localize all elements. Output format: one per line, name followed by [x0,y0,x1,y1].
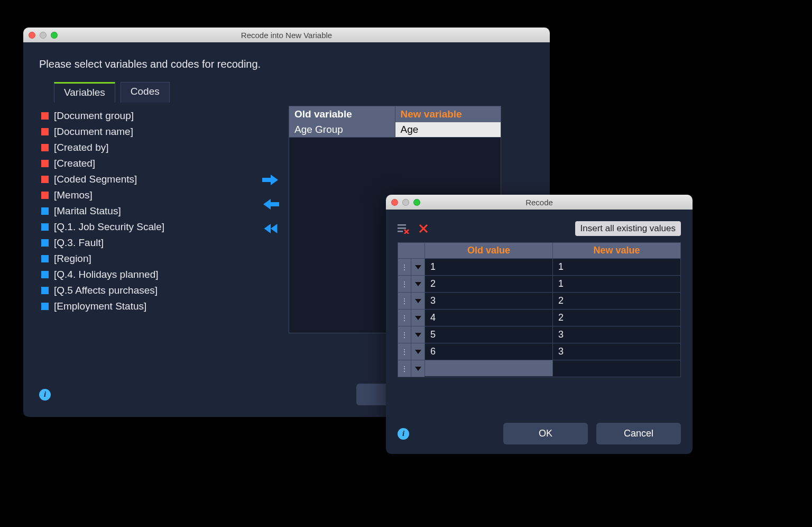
recode-toolbar: Insert all existing values [398,221,681,236]
list-item[interactable]: [Employment Status] [39,298,229,314]
table-row-empty[interactable]: ⋮ [398,360,680,377]
new-value-cell[interactable] [552,360,680,376]
old-value-cell[interactable]: 4 [425,310,552,326]
window-title: Recode [386,198,693,207]
dialog-buttons: OK Cancel [503,423,681,444]
tab-variables[interactable]: Variables [54,82,115,103]
new-variable-header: New variable [395,106,501,122]
old-value-cell[interactable]: 6 [425,343,552,360]
ok-button[interactable]: OK [503,423,588,444]
minimize-icon[interactable] [40,32,47,39]
close-icon[interactable] [29,32,35,39]
row-dropdown-icon[interactable] [411,293,425,309]
old-value-cell[interactable]: 3 [425,293,552,309]
new-value-cell[interactable]: 3 [552,343,680,360]
list-item[interactable]: [Document name] [39,124,229,140]
old-value-cell[interactable]: 5 [425,326,552,343]
variable-label: [Created by] [54,142,109,153]
variable-label: [Region] [54,253,91,265]
titlebar[interactable]: Recode [386,195,693,210]
row-dropdown-icon[interactable] [411,310,425,326]
table-row[interactable]: ⋮ 4 2 [398,309,680,326]
zoom-icon[interactable] [51,32,58,39]
old-variable-header: Old variable [289,106,395,122]
list-item[interactable]: [Q.5 Affects purchases] [39,283,229,298]
row-dropdown-icon[interactable] [411,276,425,292]
old-value-header: Old value [425,243,552,258]
svg-rect-0 [398,224,406,226]
old-value-cell[interactable] [425,360,552,376]
info-icon[interactable]: i [398,428,409,440]
new-value-cell[interactable]: 2 [552,310,680,326]
new-variable-cell[interactable]: Age [395,122,501,137]
variable-color-icon [41,144,49,151]
row-dropdown-icon[interactable] [411,326,425,343]
cancel-button[interactable]: Cancel [596,423,681,444]
table-row[interactable]: ⋮ 1 1 [398,258,680,275]
list-item[interactable]: [Memos] [39,187,229,203]
info-icon[interactable]: i [39,389,51,401]
variable-label: [Document name] [54,126,133,138]
row-dropdown-icon[interactable] [411,360,425,377]
table-row[interactable]: ⋮ 3 2 [398,292,680,309]
list-item[interactable]: [Region] [39,251,229,267]
table-row[interactable]: Age Group Age [289,122,501,137]
new-value-cell[interactable]: 3 [552,326,680,343]
row-handle-icon[interactable]: ⋮ [398,326,411,343]
remove-arrow-button[interactable] [262,197,279,212]
variable-color-icon [41,255,49,262]
row-handle-icon[interactable]: ⋮ [398,343,411,360]
variable-color-icon [41,192,49,199]
variable-label: [Created] [54,158,95,169]
table-row[interactable]: ⋮ 2 1 [398,275,680,292]
variable-label: [Employment Status] [54,301,146,312]
variable-color-icon [41,128,49,135]
row-handle-icon[interactable]: ⋮ [398,276,411,292]
variable-color-icon [41,287,49,294]
row-handle-icon[interactable]: ⋮ [398,259,411,275]
row-dropdown-icon[interactable] [411,343,425,360]
row-handle-icon[interactable]: ⋮ [398,293,411,309]
old-value-cell[interactable]: 1 [425,259,552,275]
list-item[interactable]: [Created] [39,156,229,171]
remove-all-arrow-button[interactable] [262,221,279,236]
table-header-row: Old value New value [398,243,680,258]
zoom-icon[interactable] [413,199,420,206]
list-item[interactable]: [Created by] [39,140,229,156]
recode-values-table: Old value New value ⋮ 1 1 ⋮ 2 1 ⋮ 3 2 [398,242,681,377]
table-row[interactable]: ⋮ 6 3 [398,343,680,360]
list-item[interactable]: [Marital Status] [39,203,229,219]
minimize-icon[interactable] [402,199,409,206]
tab-codes[interactable]: Codes [121,82,170,103]
variable-color-icon [41,223,49,231]
list-item[interactable]: [Q.4. Holidays planned] [39,267,229,283]
insert-all-values-button[interactable]: Insert all existing values [575,221,681,236]
svg-rect-1 [398,228,406,229]
svg-rect-2 [398,231,403,232]
variable-color-icon [41,239,49,247]
titlebar[interactable]: Recode into New Variable [23,28,550,42]
variable-color-icon [41,207,49,215]
variable-label: [Q.4. Holidays planned] [54,269,159,280]
window-controls [23,32,58,39]
clear-list-icon[interactable] [398,223,409,234]
variable-color-icon [41,112,49,120]
table-header-row: Old variable New variable [289,106,501,122]
list-item[interactable]: [Q.3. Fault] [39,235,229,251]
delete-icon[interactable] [419,224,428,233]
list-item[interactable]: [Document group] [39,108,229,124]
table-row[interactable]: ⋮ 5 3 [398,326,680,343]
new-value-cell[interactable]: 1 [552,259,680,275]
row-handle-icon[interactable]: ⋮ [398,310,411,326]
add-arrow-button[interactable] [262,172,279,187]
row-dropdown-icon[interactable] [411,259,425,275]
list-item[interactable]: [Coded Segments] [39,171,229,187]
variable-label: [Document group] [54,110,134,122]
close-icon[interactable] [391,199,398,206]
new-value-cell[interactable]: 2 [552,293,680,309]
new-value-cell[interactable]: 1 [552,276,680,292]
old-value-cell[interactable]: 2 [425,276,552,292]
arrow-left-icon [262,197,279,212]
list-item[interactable]: [Q.1. Job Security Scale] [39,219,229,235]
row-handle-icon[interactable]: ⋮ [398,360,411,377]
